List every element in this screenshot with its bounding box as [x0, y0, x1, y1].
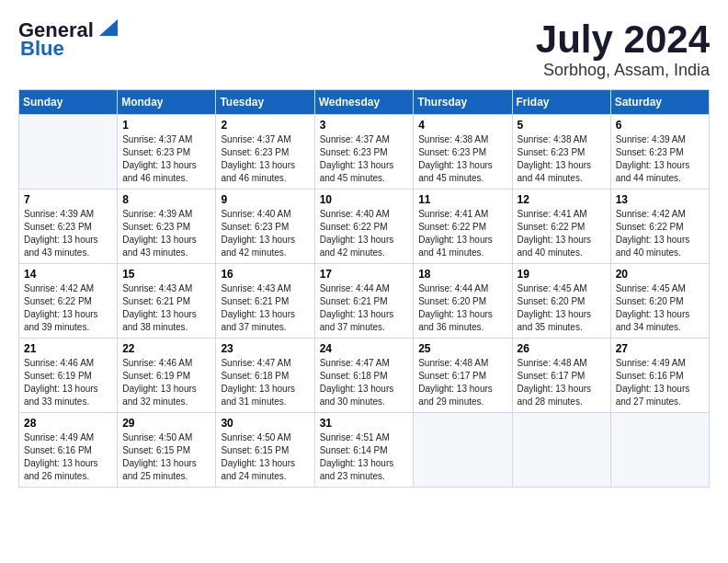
- calendar-cell: 27Sunrise: 4:49 AM Sunset: 6:16 PM Dayli…: [610, 339, 709, 413]
- day-of-week-header: Friday: [512, 90, 610, 115]
- day-number: 22: [122, 342, 210, 355]
- calendar-cell: 17Sunrise: 4:44 AM Sunset: 6:21 PM Dayli…: [314, 264, 414, 339]
- day-number: 20: [616, 268, 704, 281]
- day-info: Sunrise: 4:47 AM Sunset: 6:18 PM Dayligh…: [221, 357, 309, 408]
- main-title: July 2024: [536, 18, 710, 61]
- day-info: Sunrise: 4:39 AM Sunset: 6:23 PM Dayligh…: [122, 208, 210, 259]
- day-number: 5: [518, 119, 606, 132]
- day-of-week-header: Saturday: [610, 90, 709, 115]
- day-number: 25: [418, 342, 506, 355]
- day-number: 28: [24, 417, 112, 430]
- day-number: 18: [418, 268, 506, 281]
- day-number: 8: [122, 193, 210, 206]
- calendar-table: SundayMondayTuesdayWednesdayThursdayFrid…: [18, 89, 710, 488]
- day-number: 10: [320, 193, 409, 206]
- day-info: Sunrise: 4:49 AM Sunset: 6:16 PM Dayligh…: [24, 431, 112, 483]
- day-of-week-header: Sunday: [19, 90, 118, 115]
- calendar-cell: 22Sunrise: 4:46 AM Sunset: 6:19 PM Dayli…: [118, 339, 216, 413]
- calendar-cell: 1Sunrise: 4:37 AM Sunset: 6:23 PM Daylig…: [118, 115, 216, 190]
- calendar-cell: 24Sunrise: 4:47 AM Sunset: 6:18 PM Dayli…: [314, 339, 414, 413]
- day-info: Sunrise: 4:50 AM Sunset: 6:15 PM Dayligh…: [221, 431, 309, 483]
- day-number: 15: [122, 268, 210, 281]
- day-info: Sunrise: 4:48 AM Sunset: 6:17 PM Dayligh…: [518, 357, 606, 408]
- calendar-cell: 16Sunrise: 4:43 AM Sunset: 6:21 PM Dayli…: [216, 264, 314, 339]
- day-info: Sunrise: 4:47 AM Sunset: 6:18 PM Dayligh…: [320, 357, 409, 408]
- calendar-week-row: 1Sunrise: 4:37 AM Sunset: 6:23 PM Daylig…: [19, 115, 710, 190]
- calendar-cell: 4Sunrise: 4:38 AM Sunset: 6:23 PM Daylig…: [414, 115, 512, 190]
- calendar-cell: 12Sunrise: 4:41 AM Sunset: 6:22 PM Dayli…: [512, 190, 610, 264]
- day-info: Sunrise: 4:48 AM Sunset: 6:17 PM Dayligh…: [418, 357, 506, 408]
- day-info: Sunrise: 4:37 AM Sunset: 6:23 PM Dayligh…: [221, 133, 309, 185]
- day-number: 29: [122, 417, 210, 430]
- calendar-body: 1Sunrise: 4:37 AM Sunset: 6:23 PM Daylig…: [19, 115, 710, 488]
- day-number: 12: [518, 193, 606, 206]
- calendar-cell: 20Sunrise: 4:45 AM Sunset: 6:20 PM Dayli…: [610, 264, 709, 339]
- day-of-week-header: Monday: [118, 90, 216, 115]
- day-number: 11: [418, 193, 506, 206]
- day-info: Sunrise: 4:43 AM Sunset: 6:21 PM Dayligh…: [122, 282, 210, 334]
- day-info: Sunrise: 4:45 AM Sunset: 6:20 PM Dayligh…: [616, 282, 704, 334]
- day-number: 4: [418, 119, 506, 132]
- calendar-cell: [19, 115, 118, 190]
- day-of-week-header: Thursday: [414, 90, 512, 115]
- calendar-header: SundayMondayTuesdayWednesdayThursdayFrid…: [19, 90, 710, 115]
- day-number: 23: [221, 342, 309, 355]
- calendar-cell: [610, 413, 709, 488]
- calendar-cell: 18Sunrise: 4:44 AM Sunset: 6:20 PM Dayli…: [414, 264, 512, 339]
- calendar-week-row: 7Sunrise: 4:39 AM Sunset: 6:23 PM Daylig…: [19, 190, 710, 264]
- day-number: 16: [221, 268, 309, 281]
- logo-blue: Blue: [20, 37, 64, 61]
- day-info: Sunrise: 4:46 AM Sunset: 6:19 PM Dayligh…: [122, 357, 210, 408]
- svg-marker-0: [99, 19, 118, 36]
- calendar-week-row: 21Sunrise: 4:46 AM Sunset: 6:19 PM Dayli…: [19, 339, 710, 413]
- calendar-cell: 15Sunrise: 4:43 AM Sunset: 6:21 PM Dayli…: [118, 264, 216, 339]
- calendar-cell: [512, 413, 610, 488]
- day-number: 13: [616, 193, 704, 206]
- calendar-cell: [414, 413, 512, 488]
- day-number: 19: [518, 268, 606, 281]
- day-info: Sunrise: 4:38 AM Sunset: 6:23 PM Dayligh…: [418, 133, 506, 185]
- calendar-cell: 9Sunrise: 4:40 AM Sunset: 6:23 PM Daylig…: [216, 190, 314, 264]
- day-info: Sunrise: 4:50 AM Sunset: 6:15 PM Dayligh…: [122, 431, 210, 483]
- day-of-week-header: Wednesday: [314, 90, 414, 115]
- calendar-cell: 6Sunrise: 4:39 AM Sunset: 6:23 PM Daylig…: [610, 115, 709, 190]
- day-number: 6: [616, 119, 704, 132]
- calendar-cell: 31Sunrise: 4:51 AM Sunset: 6:14 PM Dayli…: [314, 413, 414, 488]
- calendar-week-row: 14Sunrise: 4:42 AM Sunset: 6:22 PM Dayli…: [19, 264, 710, 339]
- logo-arrow-icon: [96, 16, 121, 41]
- calendar-cell: 2Sunrise: 4:37 AM Sunset: 6:23 PM Daylig…: [216, 115, 314, 190]
- calendar-cell: 10Sunrise: 4:40 AM Sunset: 6:22 PM Dayli…: [314, 190, 414, 264]
- calendar-cell: 8Sunrise: 4:39 AM Sunset: 6:23 PM Daylig…: [118, 190, 216, 264]
- day-number: 9: [221, 193, 309, 206]
- day-info: Sunrise: 4:39 AM Sunset: 6:23 PM Dayligh…: [616, 133, 704, 185]
- day-info: Sunrise: 4:51 AM Sunset: 6:14 PM Dayligh…: [320, 431, 409, 483]
- calendar-cell: 29Sunrise: 4:50 AM Sunset: 6:15 PM Dayli…: [118, 413, 216, 488]
- day-number: 27: [616, 342, 704, 355]
- day-info: Sunrise: 4:39 AM Sunset: 6:23 PM Dayligh…: [24, 208, 112, 259]
- calendar-cell: 13Sunrise: 4:42 AM Sunset: 6:22 PM Dayli…: [610, 190, 709, 264]
- calendar-cell: 21Sunrise: 4:46 AM Sunset: 6:19 PM Dayli…: [19, 339, 118, 413]
- day-info: Sunrise: 4:41 AM Sunset: 6:22 PM Dayligh…: [418, 208, 506, 259]
- calendar-cell: 28Sunrise: 4:49 AM Sunset: 6:16 PM Dayli…: [19, 413, 118, 488]
- days-of-week-row: SundayMondayTuesdayWednesdayThursdayFrid…: [19, 90, 710, 115]
- calendar-cell: 7Sunrise: 4:39 AM Sunset: 6:23 PM Daylig…: [19, 190, 118, 264]
- day-number: 30: [221, 417, 309, 430]
- day-info: Sunrise: 4:41 AM Sunset: 6:22 PM Dayligh…: [518, 208, 606, 259]
- day-info: Sunrise: 4:37 AM Sunset: 6:23 PM Dayligh…: [320, 133, 409, 185]
- day-info: Sunrise: 4:38 AM Sunset: 6:23 PM Dayligh…: [518, 133, 606, 185]
- day-number: 1: [122, 119, 210, 132]
- day-info: Sunrise: 4:43 AM Sunset: 6:21 PM Dayligh…: [221, 282, 309, 334]
- day-number: 24: [320, 342, 409, 355]
- page-header: General Blue July 2024 Sorbhog, Assam, I…: [18, 18, 710, 80]
- day-info: Sunrise: 4:49 AM Sunset: 6:16 PM Dayligh…: [616, 357, 704, 408]
- day-number: 17: [320, 268, 409, 281]
- day-info: Sunrise: 4:46 AM Sunset: 6:19 PM Dayligh…: [24, 357, 112, 408]
- day-number: 31: [320, 417, 409, 430]
- day-number: 3: [320, 119, 409, 132]
- calendar-week-row: 28Sunrise: 4:49 AM Sunset: 6:16 PM Dayli…: [19, 413, 710, 488]
- calendar-cell: 5Sunrise: 4:38 AM Sunset: 6:23 PM Daylig…: [512, 115, 610, 190]
- day-info: Sunrise: 4:44 AM Sunset: 6:20 PM Dayligh…: [418, 282, 506, 334]
- day-info: Sunrise: 4:42 AM Sunset: 6:22 PM Dayligh…: [24, 282, 112, 334]
- day-number: 2: [221, 119, 309, 132]
- calendar-cell: 25Sunrise: 4:48 AM Sunset: 6:17 PM Dayli…: [414, 339, 512, 413]
